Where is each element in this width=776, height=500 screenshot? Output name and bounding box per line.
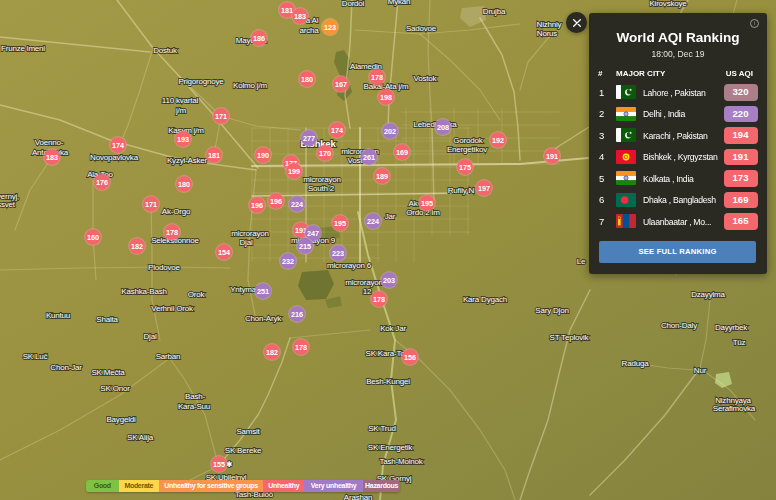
svg-text:Vostok: Vostok xyxy=(414,74,438,83)
svg-text:189: 189 xyxy=(376,172,388,181)
svg-text:216: 216 xyxy=(291,310,303,319)
svg-text:Verhnii Orok: Verhnii Orok xyxy=(151,304,194,313)
svg-text:178: 178 xyxy=(371,73,383,82)
svg-text:Frunze imeni: Frunze imeni xyxy=(1,44,45,53)
svg-text:186: 186 xyxy=(253,34,265,43)
svg-text:195: 195 xyxy=(334,219,346,228)
svg-text:197: 197 xyxy=(478,184,490,193)
svg-text:microrayon: microrayon xyxy=(231,229,269,238)
svg-text:155: 155 xyxy=(213,460,225,469)
svg-text:169: 169 xyxy=(396,148,408,157)
svg-text:archa: archa xyxy=(299,26,319,35)
svg-text:Bash-: Bash- xyxy=(185,392,205,401)
svg-text:SK Mečta: SK Mečta xyxy=(91,368,125,377)
svg-text:171: 171 xyxy=(215,112,227,121)
svg-text:SK Energetik: SK Energetik xyxy=(368,443,413,452)
svg-text:ssvet: ssvet xyxy=(0,200,16,209)
svg-text:Ak-Orgo: Ak-Orgo xyxy=(162,207,191,216)
svg-text:SK Trud: SK Trud xyxy=(368,424,396,433)
svg-text:123: 123 xyxy=(324,23,336,32)
svg-text:Energetikov: Energetikov xyxy=(447,145,487,154)
svg-text:178: 178 xyxy=(373,295,385,304)
svg-text:Serafimovka: Serafimovka xyxy=(713,404,756,413)
svg-text:178: 178 xyxy=(295,343,307,352)
svg-text:196: 196 xyxy=(270,197,282,206)
svg-text:Djal: Djal xyxy=(240,238,253,247)
svg-text:223: 223 xyxy=(332,249,344,258)
svg-text:Rufiiy N: Rufiiy N xyxy=(448,186,475,195)
svg-text:Nizhniy: Nizhniy xyxy=(537,20,562,29)
svg-text:Voenno-: Voenno- xyxy=(35,138,64,147)
svg-text:196: 196 xyxy=(251,201,263,210)
svg-text:Chon-Jar: Chon-Jar xyxy=(50,363,82,372)
svg-text:Plodovoe: Plodovoe xyxy=(148,263,181,272)
svg-text:SK Alija: SK Alija xyxy=(127,433,154,442)
svg-text:Dzayylma: Dzayylma xyxy=(691,290,725,299)
svg-text:Sary Djon: Sary Djon xyxy=(535,306,568,315)
svg-text:Kara-Suu: Kara-Suu xyxy=(178,402,210,411)
svg-text:South 2: South 2 xyxy=(308,184,335,193)
svg-text:193: 193 xyxy=(177,135,189,144)
svg-text:198: 198 xyxy=(380,93,392,102)
svg-text:199: 199 xyxy=(288,167,300,176)
svg-text:Chon-Daly: Chon-Daly xyxy=(661,321,697,330)
svg-text:microrayon 6: microrayon 6 xyxy=(327,261,372,270)
svg-text:Baygeldi: Baygeldi xyxy=(106,415,136,424)
svg-text:191: 191 xyxy=(546,152,558,161)
svg-text:Raduga: Raduga xyxy=(622,359,650,368)
svg-text:Shalta: Shalta xyxy=(96,315,118,324)
svg-text:microrayon: microrayon xyxy=(345,278,383,287)
svg-text:215: 215 xyxy=(299,242,311,251)
svg-text:SK Onor: SK Onor xyxy=(100,384,130,393)
svg-text:251: 251 xyxy=(257,287,269,296)
svg-text:Norus: Norus xyxy=(537,29,558,38)
svg-text:Dostuk: Dostuk xyxy=(153,46,178,55)
svg-text:Kirovskoye: Kirovskoye xyxy=(649,0,687,8)
svg-text:174: 174 xyxy=(112,141,125,150)
svg-text:176: 176 xyxy=(96,178,108,187)
svg-text:Ak: Ak xyxy=(409,199,419,208)
svg-text:Mykan: Mykan xyxy=(388,0,411,6)
svg-text:Dordoi: Dordoi xyxy=(342,0,365,8)
svg-text:195: 195 xyxy=(421,199,433,208)
svg-text:171: 171 xyxy=(145,200,157,209)
svg-text:Sadovoe: Sadovoe xyxy=(406,24,437,33)
svg-text:182: 182 xyxy=(131,242,143,251)
svg-text:167: 167 xyxy=(335,80,347,89)
svg-text:Jar: Jar xyxy=(385,212,396,221)
svg-text:Kuntuu: Kuntuu xyxy=(46,311,70,320)
svg-text:261: 261 xyxy=(363,153,375,162)
svg-text:174: 174 xyxy=(331,126,344,135)
svg-text:Samsit: Samsit xyxy=(236,427,260,436)
svg-text:Kashka-Bash: Kashka-Bash xyxy=(121,287,166,296)
svg-text:Arashan: Arashan xyxy=(344,493,372,500)
svg-text:182: 182 xyxy=(266,348,278,357)
svg-text:Chon-Aryk: Chon-Aryk xyxy=(245,314,282,323)
svg-text:175: 175 xyxy=(459,163,471,172)
svg-text:208: 208 xyxy=(437,123,449,132)
svg-text:ST Teplovik: ST Teplovik xyxy=(550,333,590,342)
svg-text:183: 183 xyxy=(294,12,306,21)
svg-text:178: 178 xyxy=(166,228,178,237)
svg-text:Kyzyl-Asker: Kyzyl-Asker xyxy=(167,156,208,165)
svg-text:Prigorognoye: Prigorognoye xyxy=(178,77,224,86)
svg-text:170: 170 xyxy=(319,149,331,158)
svg-text:181: 181 xyxy=(281,6,293,15)
svg-text:Tüz: Tüz xyxy=(733,338,746,347)
svg-text:110 kvartal: 110 kvartal xyxy=(162,96,199,105)
svg-text:SK Luč: SK Luč xyxy=(23,352,48,361)
svg-text:154: 154 xyxy=(218,248,231,257)
svg-text:180: 180 xyxy=(178,180,190,189)
svg-text:224: 224 xyxy=(291,200,304,209)
svg-text:190: 190 xyxy=(257,151,269,160)
svg-text:SK Bereke: SK Bereke xyxy=(225,446,262,455)
svg-text:Orok: Orok xyxy=(188,290,206,299)
svg-text:Dayyrbek: Dayyrbek xyxy=(715,323,748,332)
svg-text:Tash-Moinok: Tash-Moinok xyxy=(379,457,423,466)
svg-text:183: 183 xyxy=(46,153,58,162)
svg-text:Sarban: Sarban xyxy=(156,352,181,361)
svg-text:181: 181 xyxy=(208,151,220,160)
svg-text:160: 160 xyxy=(87,233,99,242)
svg-text:Kok Jar: Kok Jar xyxy=(380,324,406,333)
svg-text:Gorodok: Gorodok xyxy=(453,136,483,145)
